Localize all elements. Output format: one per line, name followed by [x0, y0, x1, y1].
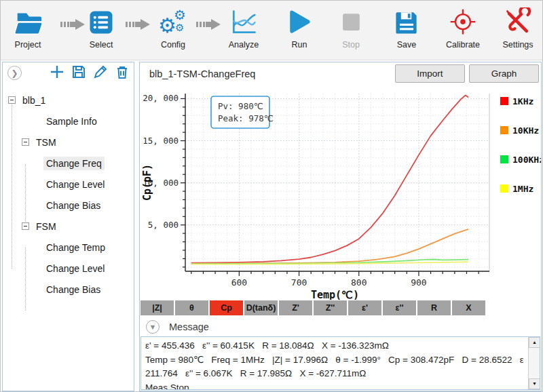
graph-button[interactable]: Graph — [469, 64, 539, 83]
delete-icon[interactable] — [115, 64, 130, 79]
tab-cp[interactable]: Cp — [210, 300, 243, 315]
tab-eps-imag[interactable]: ε'' — [383, 300, 416, 315]
tree-node-fsm[interactable]: FSM — [3, 216, 134, 237]
svg-text:Pv: 980℃: Pv: 980℃ — [218, 101, 263, 111]
config-button[interactable]: ⚙⚙⚙ Config — [151, 5, 195, 58]
flow-arrow-icon — [195, 18, 221, 31]
tree-node-tsm-change-bias[interactable]: Change Bias — [3, 195, 134, 216]
add-icon[interactable] — [50, 64, 64, 79]
save-tree-icon[interactable] — [71, 64, 86, 79]
svg-text:Peak: 978℃: Peak: 978℃ — [218, 113, 274, 123]
stop-button[interactable]: Stop — [329, 5, 373, 58]
target-icon — [441, 5, 485, 40]
main-panel: blb_1-TSM-ChangeFreq Import Graph 600700… — [139, 62, 542, 391]
tree-node-sample-info[interactable]: Sample Info — [3, 111, 134, 132]
tree-node-fsm-change-level[interactable]: Change Level — [3, 258, 134, 279]
project-tree-panel: ❯ blb_1 Sample Info TSM Change Freq Chan… — [2, 62, 134, 391]
message-line: 211.764 ε'' = 6.067K R = 17.985Ω X = -62… — [145, 367, 523, 381]
page-title: blb_1-TSM-ChangeFreq — [149, 68, 255, 79]
tab-d-tand[interactable]: D(tanδ) — [244, 300, 278, 315]
svg-text:600: 600 — [231, 277, 247, 288]
svg-text:20, 000: 20, 000 — [143, 93, 179, 103]
analyze-button[interactable]: Analyze — [222, 5, 265, 58]
save-button[interactable]: Save — [385, 5, 428, 58]
chart-area: 6007008009005, 00010, 00015, 00020, 000T… — [140, 87, 541, 300]
message-line: Meas Stop — [145, 381, 523, 391]
project-label: Project — [6, 40, 50, 50]
tab-theta[interactable]: θ — [175, 300, 208, 315]
collapse-panel-button[interactable]: ❯ — [7, 66, 22, 80]
tab-z-mag[interactable]: |Z| — [141, 300, 174, 315]
stop-icon — [329, 5, 373, 40]
message-scrollbar[interactable]: ▲ ▼ — [528, 337, 540, 389]
play-icon — [278, 5, 321, 40]
toolbar: Project Select ⚙⚙⚙ Config — [1, 1, 543, 60]
expander-icon[interactable] — [22, 222, 29, 230]
tree-node-fsm-change-bias[interactable]: Change Bias — [3, 279, 134, 300]
chevron-down-icon[interactable]: ▼ — [146, 320, 160, 334]
svg-text:10KHz: 10KHz — [512, 125, 539, 136]
config-label: Config — [151, 40, 195, 50]
tree-node-tsm[interactable]: TSM — [3, 132, 134, 153]
calibrate-label: Calibrate — [441, 40, 485, 50]
parameter-tabbar: |Z| θ Cp D(tanδ) Z' Z'' ε' ε'' R X — [141, 300, 485, 316]
tab-eps-real[interactable]: ε' — [348, 300, 381, 315]
tree-node-fsm-change-temp[interactable]: Change Temp — [3, 237, 134, 258]
edit-icon[interactable] — [93, 64, 108, 79]
svg-text:800: 800 — [351, 277, 367, 288]
import-button[interactable]: Import — [395, 64, 465, 83]
stop-label: Stop — [329, 40, 373, 50]
scroll-down-icon[interactable]: ▼ — [529, 378, 540, 389]
tab-r[interactable]: R — [417, 300, 451, 315]
scroll-up-icon[interactable]: ▲ — [529, 337, 540, 348]
expander-icon[interactable] — [22, 138, 29, 146]
svg-text:Temp(℃): Temp(℃) — [311, 289, 359, 300]
tree-node-tsm-change-level[interactable]: Change Level — [3, 174, 134, 195]
tools-icon — [496, 5, 540, 40]
folder-icon — [6, 5, 50, 40]
message-log[interactable]: ε' = 455.436 ε'' = 60.415K R = 18.084Ω X… — [141, 336, 540, 390]
floppy-icon — [385, 5, 428, 40]
chart-icon — [222, 5, 265, 40]
settings-label: Settings — [496, 40, 540, 50]
svg-text:5, 000: 5, 000 — [148, 220, 179, 230]
main-header: blb_1-TSM-ChangeFreq Import Graph — [140, 62, 541, 87]
svg-text:1MHz: 1MHz — [512, 184, 533, 194]
tree-node-blb1[interactable]: blb_1 — [3, 90, 134, 111]
save-label: Save — [385, 40, 428, 50]
tab-z-real[interactable]: Z' — [279, 300, 312, 315]
message-header: ▼ Message — [140, 317, 541, 336]
select-button[interactable]: Select — [79, 5, 123, 58]
svg-text:700: 700 — [291, 277, 307, 288]
settings-button[interactable]: Settings — [496, 5, 540, 58]
svg-text:Cp(pF): Cp(pF) — [141, 164, 153, 201]
message-line: Temp = 980℃ Freq = 1MHz |Z| = 17.996Ω θ … — [145, 353, 523, 368]
svg-text:15, 000: 15, 000 — [143, 136, 179, 146]
run-button[interactable]: Run — [278, 5, 321, 58]
select-label: Select — [79, 40, 123, 50]
cp-vs-temp-chart: 6007008009005, 00010, 00015, 00020, 000T… — [140, 87, 541, 300]
expander-icon[interactable] — [8, 96, 16, 104]
analyze-label: Analyze — [222, 40, 265, 50]
message-line: ε' = 455.436 ε'' = 60.415K R = 18.084Ω X… — [145, 339, 523, 353]
tree-node-tsm-change-freq[interactable]: Change Freq — [3, 153, 134, 174]
project-tree: blb_1 Sample Info TSM Change Freq Change… — [3, 90, 134, 300]
gears-icon: ⚙⚙⚙ — [151, 5, 195, 40]
tab-z-imag[interactable]: Z'' — [314, 300, 347, 315]
run-label: Run — [278, 40, 321, 50]
app-window: Project Select ⚙⚙⚙ Config — [0, 0, 543, 392]
svg-text:1KHz: 1KHz — [512, 96, 533, 106]
tree-toolbar: ❯ — [3, 62, 134, 84]
svg-text:900: 900 — [411, 277, 426, 288]
message-title: Message — [169, 321, 209, 332]
svg-text:100KHz: 100KHz — [512, 155, 541, 165]
flow-arrow-icon — [125, 18, 151, 31]
tab-x[interactable]: X — [452, 300, 485, 315]
calibrate-button[interactable]: Calibrate — [441, 5, 485, 58]
project-button[interactable]: Project — [6, 5, 50, 58]
list-icon — [79, 5, 123, 40]
